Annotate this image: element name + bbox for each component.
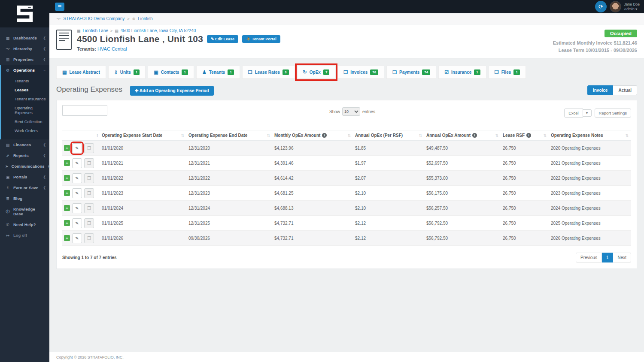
- opex-icon: ↻: [303, 69, 307, 75]
- search-input[interactable]: [62, 105, 107, 116]
- tab-label: Lease Abstract: [69, 70, 100, 75]
- tab-lease-abstract[interactable]: ▤Lease Abstract: [56, 66, 106, 79]
- tab-units[interactable]: ⚷Units1: [108, 66, 146, 79]
- excel-dropdown-caret-icon[interactable]: ▼: [583, 109, 592, 117]
- main-column: ☰ ⟳ Jane Doe Admin ▾ ⌥ STRATAFOLIO Demo …: [49, 0, 644, 362]
- chevron-icon: ❮: [43, 36, 46, 40]
- info-icon[interactable]: i: [526, 133, 531, 138]
- column-header-controls[interactable]: ↑: [62, 130, 100, 141]
- sidebar-item-properties[interactable]: ▥Properties❮: [0, 54, 49, 65]
- expand-row-button[interactable]: +: [64, 175, 70, 181]
- edit-row-button[interactable]: ✎: [72, 188, 82, 198]
- expand-row-button[interactable]: +: [64, 160, 70, 166]
- column-header-lease-rsf[interactable]: Lease RSFi⇅: [501, 130, 549, 141]
- edit-lease-button[interactable]: ✎ Edit Lease: [207, 35, 238, 43]
- tenant-portal-button[interactable]: ⛹ Tenant Portal: [242, 35, 280, 43]
- sidebar-subitem-work-orders[interactable]: Work Orders: [1, 126, 49, 135]
- status-badge: Occupied: [605, 30, 637, 37]
- tenant-link[interactable]: HVAC Central: [97, 46, 127, 51]
- expand-row-button[interactable]: +: [64, 235, 70, 241]
- tab-insurance[interactable]: ☑Insurance1: [438, 66, 486, 79]
- sidebar-item-finances[interactable]: ▤Finances❮: [0, 139, 49, 150]
- copy-row-button[interactable]: ❐: [84, 188, 94, 198]
- breadcrumb-company-link[interactable]: STRATAFOLIO Demo Company: [63, 16, 125, 21]
- copy-row-button[interactable]: ❐: [84, 143, 94, 153]
- copy-row-button[interactable]: ❐: [84, 218, 94, 228]
- sidebar-item-blog[interactable]: ≣Blog: [0, 193, 49, 204]
- tab-invoices[interactable]: ❐Invoices76: [337, 66, 384, 79]
- expand-row-button[interactable]: +: [64, 205, 70, 211]
- sidebar-subitem-tenant-insurance[interactable]: Tenant Insurance: [1, 94, 49, 103]
- address-link[interactable]: 4500 Lionfish Lane, Iowa City, IA 52240: [121, 28, 196, 33]
- add-operating-expense-button[interactable]: ✚ Add an Operating Expense Period: [130, 86, 214, 96]
- copy-row-button[interactable]: ❐: [84, 203, 94, 213]
- cell-rsf: 26,750: [501, 231, 549, 246]
- edit-row-button[interactable]: ✎: [72, 218, 82, 228]
- hamburger-menu-icon[interactable]: ☰: [55, 3, 64, 11]
- tab-opex[interactable]: ↻OpEx7: [297, 66, 336, 79]
- tab-files[interactable]: ❒Files1: [489, 66, 526, 79]
- actual-toggle-button[interactable]: Actual: [613, 85, 637, 95]
- tenants-label: Tenants:: [77, 46, 96, 51]
- copy-row-button[interactable]: ❐: [84, 233, 94, 243]
- sidebar-subitem-operating-expenses[interactable]: Operating Expenses: [1, 103, 49, 117]
- pagination-next-button[interactable]: Next: [613, 253, 631, 262]
- invoice-toggle-button[interactable]: Invoice: [587, 85, 613, 95]
- sidebar-item-reports[interactable]: ⇗Reports❮: [0, 150, 49, 161]
- expand-row-button[interactable]: +: [64, 220, 70, 226]
- edit-row-button[interactable]: ✎: [72, 173, 82, 183]
- expand-row-button[interactable]: +: [64, 145, 70, 151]
- property-link[interactable]: Lionfish Lane: [83, 28, 109, 33]
- sidebar-item-communications[interactable]: ➤Communications❮: [0, 161, 49, 172]
- sidebar-item-need-help[interactable]: ✆Need Help?: [0, 219, 49, 230]
- savings-icon[interactable]: ⟳: [595, 1, 607, 12]
- column-header-monthly-opex-amount[interactable]: Monthly OpEx Amounti⇅: [273, 130, 353, 141]
- edit-row-button[interactable]: ✎: [72, 203, 82, 213]
- table-toolbar: Show 10 entries Excel ▼ Report Settings: [62, 105, 631, 122]
- edit-row-button[interactable]: ✎: [72, 143, 82, 153]
- tab-lease-rates[interactable]: ❏Lease Rates3: [242, 66, 295, 79]
- report-settings-button[interactable]: Report Settings: [595, 109, 631, 118]
- pagination-page-1-button[interactable]: 1: [602, 253, 614, 262]
- sidebar-item-log-off[interactable]: ↦Log off: [0, 230, 49, 241]
- tab-label: Insurance: [451, 70, 471, 75]
- sidebar-item-label: Need Help?: [13, 222, 46, 227]
- sort-icon: ⇅: [625, 133, 629, 138]
- user-avatar[interactable]: [610, 1, 621, 12]
- tab-payments[interactable]: ❑Payments74: [386, 66, 436, 79]
- logo-area[interactable]: [0, 0, 49, 27]
- sidebar-subitem-rent-collection[interactable]: Rent Collection: [1, 117, 49, 126]
- user-menu[interactable]: Jane Doe Admin ▾: [624, 2, 640, 11]
- breadcrumb-current-link[interactable]: Lionfish: [138, 16, 152, 21]
- copy-row-button[interactable]: ❐: [84, 173, 94, 183]
- table-row: +✎❐01/01/202312/31/2023$4,681.25$2.10$56…: [62, 186, 631, 201]
- info-icon[interactable]: i: [472, 133, 477, 138]
- pagination-previous-button[interactable]: Previous: [576, 253, 602, 262]
- sidebar-subitem-tenants[interactable]: Tenants: [1, 76, 49, 85]
- sidebar-item-knowledge-base[interactable]: ⓘKnowledge Base: [0, 204, 49, 219]
- column-header-operating-expense-start-date[interactable]: Operating Expense Start Date⇅: [100, 130, 187, 141]
- edit-row-button[interactable]: ✎: [72, 233, 82, 243]
- cell-notes: 2021 Operating Expenses: [549, 156, 631, 171]
- info-icon[interactable]: i: [322, 133, 327, 138]
- expand-row-button[interactable]: +: [64, 190, 70, 196]
- sidebar-item-operations[interactable]: ⚙Operations⌄: [1, 65, 49, 75]
- excel-button[interactable]: Excel: [564, 109, 583, 118]
- sidebar-item-hierarchy[interactable]: ⌥Hierarchy❮: [0, 43, 49, 54]
- column-header-operating-expense-notes[interactable]: Operating Expense Notes⇅: [549, 130, 631, 141]
- column-header-operating-expense-end-date[interactable]: Operating Expense End Date⇅: [187, 130, 273, 141]
- sidebar-item-portals[interactable]: ▣Portals❮: [0, 172, 49, 182]
- sidebar-item-dashboards[interactable]: ▦Dashboards❮: [0, 33, 49, 43]
- page-size-select[interactable]: 10: [342, 107, 360, 116]
- sidebar-item-earn-or-save[interactable]: ✌Earn or Save❮: [0, 182, 49, 193]
- tab-contacts[interactable]: ▣Contacts1: [148, 66, 194, 79]
- column-header-annual-opex-per-rsf[interactable]: Annual OpEx (Per RSF)⇅: [353, 130, 425, 141]
- edit-row-button[interactable]: ✎: [72, 158, 82, 168]
- column-header-annual-opex-amount[interactable]: Annual OpEx Amounti⇅: [425, 130, 501, 141]
- sidebar-item-label: Operations: [13, 68, 40, 72]
- tab-count-badge: 1: [228, 69, 234, 75]
- insurance-icon: ☑: [444, 69, 449, 75]
- tab-tenants[interactable]: ♟Tenants1: [196, 66, 240, 79]
- sidebar-subitem-leases[interactable]: Leases: [1, 85, 49, 94]
- copy-row-button[interactable]: ❐: [84, 158, 94, 168]
